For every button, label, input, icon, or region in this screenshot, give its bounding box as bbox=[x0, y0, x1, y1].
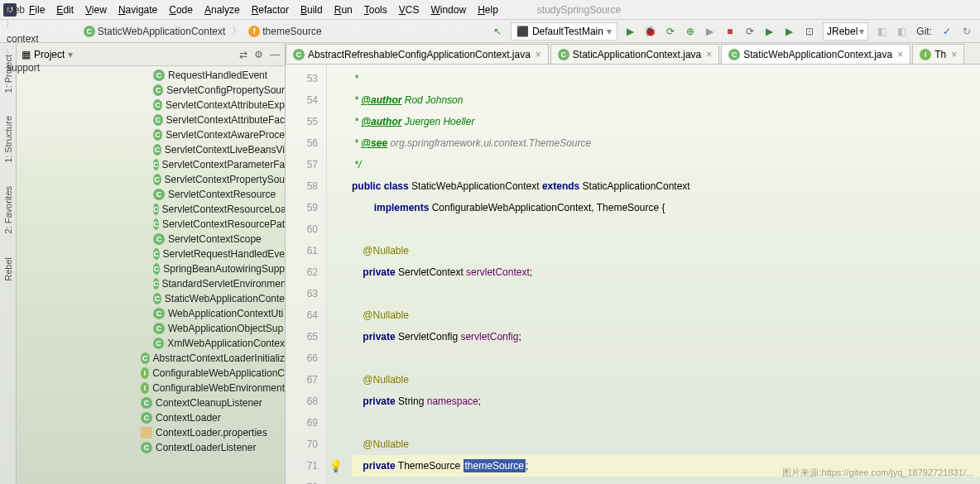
tree-item[interactable]: CServletContextParameterFa bbox=[17, 157, 285, 172]
editor-tab[interactable]: CAbstractRefreshableConfigApplicationCon… bbox=[286, 44, 549, 64]
breadcrumb-item[interactable]: support bbox=[3, 60, 79, 75]
tree-item[interactable]: CServletContextAwareProce bbox=[17, 127, 285, 142]
jr5-icon[interactable]: ◧ bbox=[872, 22, 891, 41]
line-gutter[interactable]: 5354555657585960616263646566676869707172 bbox=[286, 65, 327, 484]
close-icon[interactable]: × bbox=[951, 49, 957, 60]
tool-tab[interactable]: 1: Structure bbox=[2, 113, 15, 166]
tree-item[interactable]: IConfigurableWebApplicationC bbox=[17, 366, 285, 381]
tree-item[interactable]: CServletContextLiveBeansVi bbox=[17, 142, 285, 157]
git-label: Git: bbox=[916, 26, 932, 37]
tree-item[interactable]: CServletContextResource bbox=[17, 187, 285, 202]
left-tool-tabs: 1: Project1: Structure2: FavoritesRebel bbox=[0, 43, 17, 484]
editor-tab[interactable]: ITh× bbox=[912, 44, 964, 64]
editor: CAbstractRefreshableConfigApplicationCon… bbox=[286, 43, 980, 484]
tree-item[interactable]: CContextCleanupListener bbox=[17, 395, 285, 410]
jr2-icon[interactable]: ▶ bbox=[761, 22, 779, 41]
tree-item[interactable]: CContextLoader bbox=[17, 410, 285, 425]
attach-icon[interactable]: ▶ bbox=[701, 22, 719, 41]
profile-icon[interactable]: ⊕ bbox=[681, 22, 699, 41]
tree-item[interactable]: IConfigurableWebEnvironment bbox=[17, 381, 285, 395]
jr1-icon[interactable]: ⟳ bbox=[741, 22, 759, 41]
menu-help[interactable]: Help bbox=[472, 2, 504, 17]
jr3-icon[interactable]: ▶ bbox=[781, 22, 799, 41]
code-content[interactable]: * * @author Rod Johnson * @author Juerge… bbox=[343, 65, 980, 484]
close-icon[interactable]: × bbox=[897, 49, 903, 60]
tree-item[interactable]: CServletContextAttributeExp bbox=[17, 98, 285, 113]
close-icon[interactable]: × bbox=[536, 49, 541, 60]
tool-tab[interactable]: 2: Favorites bbox=[2, 183, 15, 237]
bulb-icon[interactable]: 💡 bbox=[329, 459, 343, 472]
breadcrumb: pringframework〉web〉context〉support〉 CSta… bbox=[3, 0, 325, 89]
tree-item[interactable]: CContextLoaderListener bbox=[17, 440, 285, 455]
jrebel-selector[interactable]: JRebel▾ bbox=[823, 22, 868, 41]
menu-window[interactable]: Window bbox=[425, 2, 472, 17]
tree-item[interactable]: CXmlWebApplicationContex bbox=[17, 336, 285, 351]
menu-run[interactable]: Run bbox=[329, 2, 358, 17]
git-update-icon[interactable]: ✓ bbox=[938, 22, 956, 41]
tree-item[interactable]: CWebApplicationContextUti bbox=[17, 306, 285, 321]
editor-tabs: CAbstractRefreshableConfigApplicationCon… bbox=[286, 43, 980, 65]
back-icon[interactable]: ↖ bbox=[488, 22, 507, 41]
breadcrumb-item[interactable]: web bbox=[3, 2, 79, 17]
run-config-selector[interactable]: ⬛DefaultTestMain▾ bbox=[511, 22, 617, 41]
breadcrumb-field[interactable]: fthemeSource bbox=[245, 24, 324, 39]
jr4-icon[interactable]: ⊡ bbox=[800, 22, 819, 41]
breadcrumb-item[interactable]: context bbox=[3, 31, 79, 46]
coverage-icon[interactable]: ⟳ bbox=[661, 22, 680, 41]
stop-icon[interactable]: ■ bbox=[721, 22, 739, 41]
tree-item[interactable]: ContextLoader.properties bbox=[17, 425, 285, 440]
menu-vcs[interactable]: VCS bbox=[393, 2, 425, 17]
watermark: 图片来源:https://gitee.com/jyq_18792721831/.… bbox=[782, 467, 973, 479]
tree-item[interactable]: CWebApplicationObjectSup bbox=[17, 321, 285, 336]
tree-item[interactable]: CStandardServletEnvironmen bbox=[17, 276, 285, 291]
project-name: studySpringSource bbox=[537, 4, 621, 16]
tree-item[interactable]: CServletContextPropertySou bbox=[17, 172, 285, 187]
tree-item[interactable]: CServletContextResourcePat bbox=[17, 217, 285, 232]
tree-item[interactable]: CServletContextResourceLoa bbox=[17, 202, 285, 217]
run-icon[interactable]: ▶ bbox=[622, 22, 640, 41]
tree-item[interactable]: CAbstractContextLoaderInitializ bbox=[17, 351, 285, 366]
close-icon[interactable]: × bbox=[706, 49, 712, 60]
tree-item[interactable]: CServletRequestHandledEve bbox=[17, 247, 285, 261]
tree-item[interactable]: CStaticWebApplicationConte bbox=[17, 291, 285, 306]
debug-icon[interactable]: 🐞 bbox=[641, 22, 660, 41]
tree-item[interactable]: CServletContextAttributeFac bbox=[17, 113, 285, 127]
tree-item[interactable]: CSpringBeanAutowiringSupp bbox=[17, 261, 285, 276]
tree-item[interactable]: CServletContextScope bbox=[17, 232, 285, 247]
toolbar: pringframework〉web〉context〉support〉 CSta… bbox=[0, 20, 980, 43]
editor-tab[interactable]: CStaticWebApplicationContext.java× bbox=[721, 44, 910, 64]
icon-gutter: 💡 bbox=[327, 65, 343, 484]
git-commit-icon[interactable]: ↻ bbox=[958, 22, 976, 41]
project-sidebar: ▦ Project ▾ ⇄ ⚙ — CRequestHandledEventCS… bbox=[17, 43, 286, 484]
tool-tab[interactable]: Rebel bbox=[2, 254, 15, 285]
jr6-icon[interactable]: ◧ bbox=[892, 22, 910, 41]
menu-tools[interactable]: Tools bbox=[358, 2, 393, 17]
breadcrumb-class[interactable]: CStaticWebApplicationContext bbox=[80, 24, 229, 39]
project-tree[interactable]: CRequestHandledEventCServletConfigProper… bbox=[17, 66, 285, 484]
editor-tab[interactable]: CStaticApplicationContext.java× bbox=[550, 44, 719, 64]
